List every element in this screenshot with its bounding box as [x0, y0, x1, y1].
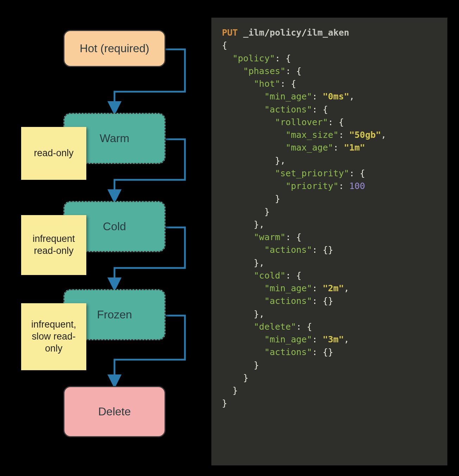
- phase-hot-node: Hot (required): [63, 30, 166, 67]
- phase-label: Delete: [98, 405, 131, 418]
- phase-label: Warm: [100, 132, 129, 145]
- note-text: infrequent read-only: [24, 233, 83, 257]
- code-panel: PUT _ilm/policy/ilm_aken { "policy": { "…: [211, 18, 447, 465]
- http-method: PUT: [222, 28, 238, 38]
- note-text: infrequent, slow read-only: [24, 319, 83, 354]
- path-seg-1: _ilm: [243, 28, 264, 38]
- phase-frozen-note: infrequent, slow read-only: [21, 303, 86, 370]
- path-seg-2: policy: [270, 28, 302, 38]
- phase-label: Cold: [103, 220, 126, 233]
- phase-delete-node: Delete: [63, 386, 166, 437]
- phase-label: Frozen: [97, 308, 132, 321]
- phase-label: Hot (required): [80, 42, 149, 55]
- diagram-panel: Hot (required) Warm read-only Cold infre…: [0, 0, 211, 476]
- path-seg-3: ilm_aken: [307, 28, 349, 38]
- phase-cold-note: infrequent read-only: [21, 215, 86, 275]
- request-line: PUT _ilm/policy/ilm_aken: [222, 26, 437, 39]
- note-text: read-only: [34, 147, 74, 159]
- json-body: { "policy": { "phases": { "hot": { "min_…: [222, 39, 437, 410]
- phase-warm-note: read-only: [21, 127, 86, 180]
